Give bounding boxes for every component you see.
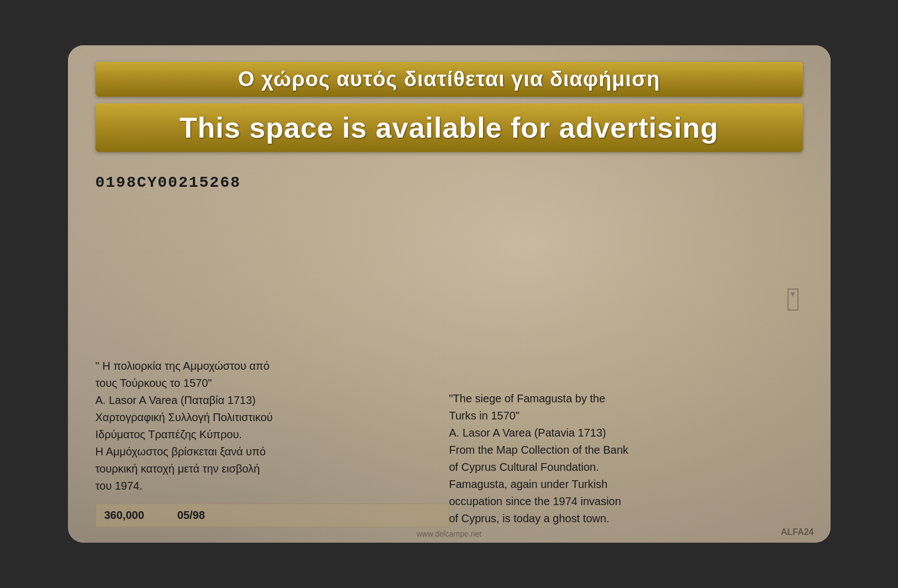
text-left-line8: του 1974. (96, 477, 449, 495)
text-right-line2: Turks in 1570" (449, 407, 803, 424)
edition-quantity: 360,000 (104, 507, 144, 524)
banner-greek: Ο χώρος αυτός διατίθεται για διαφήμιση (96, 62, 803, 97)
text-block-right: "The siege of Famagusta by the Turks in … (449, 390, 803, 527)
watermark-arrow (787, 288, 799, 311)
text-right-line5: of Cyprus Cultural Foundation. (449, 459, 803, 476)
text-left-line3: A. Lasor A Varea (Παταβία 1713) (96, 392, 449, 409)
text-left-line2: τους Τούρκους το 1570" (96, 375, 449, 392)
edition-info: 360,000 05/98 (96, 503, 449, 527)
banner-english-text: This space is available for advertising (180, 111, 718, 144)
text-block-left: " Η πολιορκία της Αμμοχώστου από τους Το… (96, 358, 449, 527)
serial-number: 0198CY00215268 (96, 174, 803, 191)
edition-box: 360,000 05/98 (96, 503, 449, 527)
bottom-section: " Η πολιορκία της Αμμοχώστου από τους Το… (96, 358, 803, 527)
edition-date: 05/98 (177, 507, 205, 524)
text-left-line4: Χαρτογραφική Συλλογή Πολιτιστικού (96, 409, 449, 426)
banners-wrapper: Ο χώρος αυτός διατίθεται για διαφήμιση T… (96, 62, 803, 152)
text-right-line8: of Cyprus, is today a ghost town. (449, 510, 803, 527)
card-content: Ο χώρος αυτός διατίθεται για διαφήμιση T… (68, 45, 831, 543)
text-right-line3: A. Lasor A Varea (Patavia 1713) (449, 424, 803, 442)
text-left-line5: Ιδρύματος Τραπέζης Κύπρου. (96, 426, 449, 443)
text-left-line1: " Η πολιορκία της Αμμοχώστου από (96, 358, 449, 375)
text-right-line1: "The siege of Famagusta by the (449, 390, 803, 407)
text-left-line7: τουρκική κατοχή μετά την εισβολή (96, 460, 449, 477)
text-right-line6: Famagusta, again under Turkish (449, 476, 803, 493)
text-right-line4: From the Map Collection of the Bank (449, 442, 803, 459)
text-right-line7: occupation since the 1974 invasion (449, 493, 803, 510)
text-left-line6: Η Αμμόχωστος βρίσκεται ξανά υπό (96, 443, 449, 460)
banner-english: This space is available for advertising (96, 103, 803, 152)
banner-greek-text: Ο χώρος αυτός διατίθεται για διαφήμιση (238, 67, 660, 91)
phone-card: Ο χώρος αυτός διατίθεται για διαφήμιση T… (68, 45, 831, 543)
